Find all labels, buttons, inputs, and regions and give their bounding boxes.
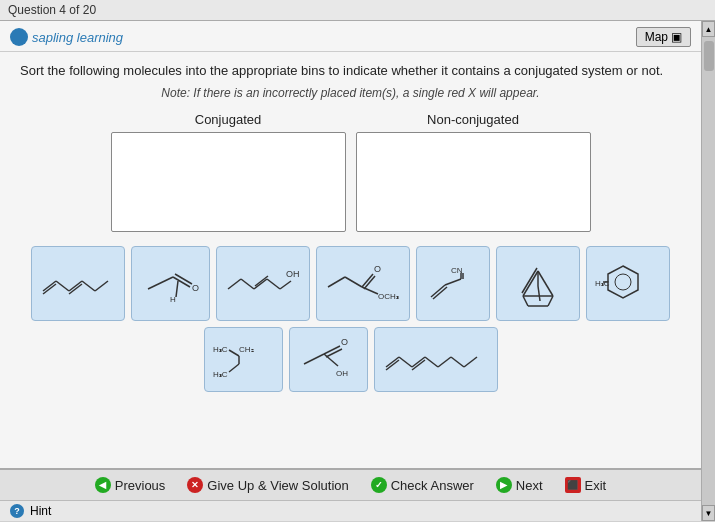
- svg-line-6: [95, 281, 108, 291]
- molecule-9[interactable]: O OH: [289, 327, 368, 392]
- give-up-label: Give Up & View Solution: [207, 478, 348, 493]
- svg-line-40: [538, 286, 540, 301]
- molecule-5[interactable]: CN: [416, 246, 490, 321]
- map-button[interactable]: Map ▣: [636, 27, 691, 47]
- footer-bar: ◀ Previous ✕ Give Up & View Solution ✓ C…: [0, 468, 701, 500]
- svg-line-5: [82, 281, 95, 291]
- conjugated-drop-zone[interactable]: [111, 132, 346, 232]
- scrollbar[interactable]: ▲ ▼: [701, 21, 715, 521]
- non-conjugated-bin[interactable]: Non-conjugated: [356, 112, 591, 232]
- svg-line-13: [228, 279, 241, 289]
- molecule-10[interactable]: [374, 327, 498, 392]
- svg-line-65: [451, 357, 464, 367]
- svg-line-14: [241, 279, 254, 289]
- svg-line-12: [176, 281, 178, 297]
- svg-line-49: [229, 350, 239, 356]
- svg-text:O: O: [341, 337, 348, 347]
- logo: sapling learning: [10, 28, 123, 46]
- previous-label: Previous: [115, 478, 166, 493]
- hint-bar[interactable]: ? Hint: [0, 500, 701, 521]
- hint-icon: ?: [10, 504, 24, 518]
- svg-line-41: [522, 268, 537, 293]
- svg-marker-42: [608, 266, 638, 298]
- title-bar: Question 4 of 20: [0, 0, 715, 21]
- svg-point-43: [615, 274, 631, 290]
- svg-line-37: [548, 296, 553, 306]
- bins-container: Conjugated Non-conjugated: [20, 112, 681, 232]
- svg-text:OH: OH: [286, 269, 300, 279]
- svg-line-53: [324, 346, 340, 354]
- molecule-3[interactable]: OH: [216, 246, 310, 321]
- molecule-6[interactable]: [496, 246, 580, 321]
- svg-line-30: [445, 279, 461, 285]
- molecule-2[interactable]: O H: [131, 246, 210, 321]
- svg-line-56: [324, 354, 338, 366]
- molecule-8[interactable]: H₃C CH₂ H₃C: [204, 327, 283, 392]
- map-icon: ▣: [671, 30, 682, 44]
- molecule-4[interactable]: O OCH₃: [316, 246, 410, 321]
- svg-line-16: [255, 276, 268, 286]
- exit-label: Exit: [585, 478, 607, 493]
- question-body: Sort the following molecules into the ap…: [0, 52, 701, 468]
- svg-text:OH: OH: [336, 369, 348, 378]
- scroll-up-arrow[interactable]: ▲: [702, 21, 715, 37]
- map-label: Map: [645, 30, 668, 44]
- previous-icon: ◀: [95, 477, 111, 493]
- svg-line-63: [425, 357, 438, 367]
- svg-line-25: [362, 287, 378, 294]
- check-icon: ✓: [371, 477, 387, 493]
- svg-text:O: O: [192, 283, 199, 293]
- svg-line-18: [280, 281, 291, 289]
- svg-text:H₃C: H₃C: [213, 345, 228, 354]
- svg-line-54: [326, 349, 342, 357]
- svg-line-34: [538, 271, 553, 296]
- next-label: Next: [516, 478, 543, 493]
- svg-line-7: [148, 277, 173, 289]
- svg-text:H₃C: H₃C: [213, 370, 228, 379]
- svg-line-50: [229, 364, 239, 372]
- svg-line-20: [328, 277, 345, 287]
- give-up-icon: ✕: [187, 477, 203, 493]
- exit-button[interactable]: ⬛ Exit: [561, 475, 611, 495]
- exit-icon: ⬛: [565, 477, 581, 493]
- non-conjugated-label: Non-conjugated: [427, 112, 519, 127]
- scroll-down-arrow[interactable]: ▼: [702, 505, 715, 521]
- molecule-1[interactable]: [31, 246, 125, 321]
- logo-text: sapling learning: [32, 30, 123, 45]
- svg-line-33: [523, 271, 538, 296]
- svg-line-64: [438, 357, 451, 367]
- svg-line-60: [399, 357, 412, 367]
- check-answer-label: Check Answer: [391, 478, 474, 493]
- note-text: Note: If there is an incorrectly placed …: [20, 86, 681, 100]
- scroll-thumb[interactable]: [704, 41, 714, 71]
- check-answer-button[interactable]: ✓ Check Answer: [367, 475, 478, 495]
- svg-text:O: O: [374, 264, 381, 274]
- conjugated-label: Conjugated: [195, 112, 262, 127]
- svg-line-36: [523, 296, 528, 306]
- next-icon: ▶: [496, 477, 512, 493]
- svg-text:CH₂: CH₂: [239, 345, 254, 354]
- question-number: Question 4 of 20: [8, 3, 96, 17]
- next-button[interactable]: ▶ Next: [492, 475, 547, 495]
- logo-icon: [10, 28, 28, 46]
- conjugated-bin[interactable]: Conjugated: [111, 112, 346, 232]
- header: sapling learning Map ▣: [0, 21, 701, 52]
- molecule-7[interactable]: H₃C: [586, 246, 670, 321]
- previous-button[interactable]: ◀ Previous: [91, 475, 170, 495]
- hint-label: Hint: [30, 504, 51, 518]
- svg-text:H: H: [170, 295, 176, 304]
- non-conjugated-drop-zone[interactable]: [356, 132, 591, 232]
- svg-line-2: [56, 281, 69, 291]
- svg-line-66: [464, 357, 477, 367]
- molecules-section: O H OH: [20, 246, 681, 392]
- svg-line-17: [267, 279, 280, 289]
- svg-line-52: [304, 354, 324, 364]
- svg-line-15: [254, 279, 267, 289]
- svg-text:H₃C: H₃C: [595, 279, 610, 288]
- svg-text:OCH₃: OCH₃: [378, 292, 399, 301]
- svg-line-21: [345, 277, 362, 287]
- give-up-button[interactable]: ✕ Give Up & View Solution: [183, 475, 352, 495]
- instruction-text: Sort the following molecules into the ap…: [20, 62, 681, 80]
